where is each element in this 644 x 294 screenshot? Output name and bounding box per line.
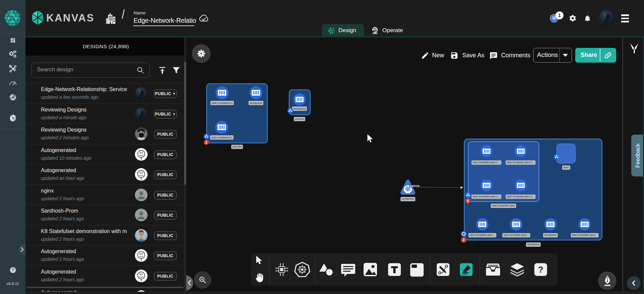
svg-text:?: ? xyxy=(538,265,543,275)
svg-text:?: ? xyxy=(12,268,14,273)
